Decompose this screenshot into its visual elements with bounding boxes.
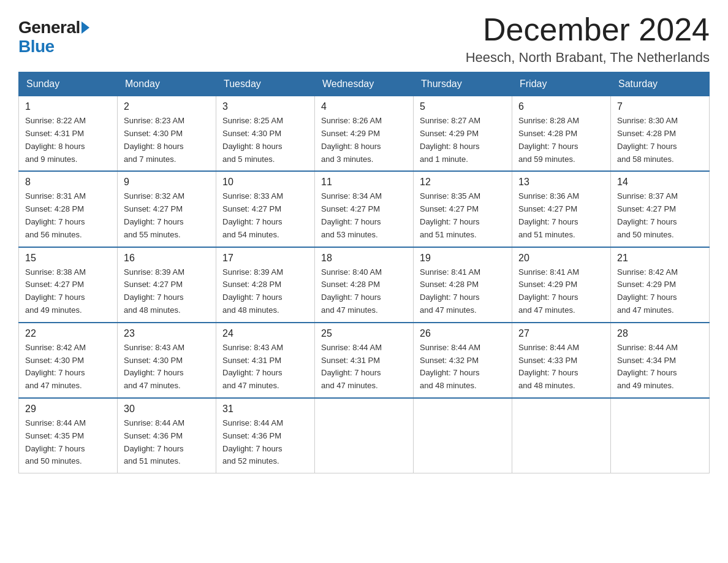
calendar-week-row: 8Sunrise: 8:31 AM Sunset: 4:28 PM Daylig…: [19, 171, 710, 247]
day-number: 1: [25, 101, 111, 112]
calendar-day-cell: [414, 398, 512, 473]
day-number: 16: [124, 253, 210, 264]
weekday-header-friday: Friday: [512, 72, 611, 96]
calendar-day-cell: 28Sunrise: 8:44 AM Sunset: 4:34 PM Dayli…: [611, 323, 710, 398]
day-info: Sunrise: 8:44 AM Sunset: 4:32 PM Dayligh…: [420, 342, 506, 393]
day-info: Sunrise: 8:41 AM Sunset: 4:29 PM Dayligh…: [518, 266, 604, 317]
day-number: 22: [25, 328, 111, 339]
calendar-day-cell: 23Sunrise: 8:43 AM Sunset: 4:30 PM Dayli…: [118, 323, 216, 398]
day-number: 14: [617, 177, 703, 188]
day-number: 3: [222, 101, 308, 112]
day-number: 9: [124, 177, 210, 188]
day-info: Sunrise: 8:44 AM Sunset: 4:36 PM Dayligh…: [124, 417, 210, 468]
day-number: 2: [124, 101, 210, 112]
calendar-day-cell: 10Sunrise: 8:33 AM Sunset: 4:27 PM Dayli…: [216, 171, 315, 247]
calendar-table: SundayMondayTuesdayWednesdayThursdayFrid…: [18, 72, 710, 473]
calendar-day-cell: 5Sunrise: 8:27 AM Sunset: 4:29 PM Daylig…: [414, 96, 512, 172]
day-number: 12: [420, 177, 506, 188]
calendar-day-cell: 12Sunrise: 8:35 AM Sunset: 4:27 PM Dayli…: [414, 171, 512, 247]
calendar-day-cell: 1Sunrise: 8:22 AM Sunset: 4:31 PM Daylig…: [19, 96, 118, 172]
day-info: Sunrise: 8:42 AM Sunset: 4:30 PM Dayligh…: [25, 342, 111, 393]
calendar-day-cell: 17Sunrise: 8:39 AM Sunset: 4:28 PM Dayli…: [216, 247, 315, 323]
calendar-day-cell: 29Sunrise: 8:44 AM Sunset: 4:35 PM Dayli…: [19, 398, 118, 473]
month-title: December 2024: [466, 12, 710, 47]
calendar-day-cell: 22Sunrise: 8:42 AM Sunset: 4:30 PM Dayli…: [19, 323, 118, 398]
logo-blue: Blue: [18, 37, 89, 56]
day-number: 29: [25, 404, 111, 415]
weekday-header-monday: Monday: [118, 72, 216, 96]
day-number: 30: [124, 404, 210, 415]
day-number: 13: [518, 177, 604, 188]
day-number: 26: [420, 328, 506, 339]
calendar-day-cell: [512, 398, 611, 473]
day-number: 18: [321, 253, 407, 264]
day-info: Sunrise: 8:44 AM Sunset: 4:36 PM Dayligh…: [222, 417, 308, 468]
calendar-day-cell: 19Sunrise: 8:41 AM Sunset: 4:28 PM Dayli…: [414, 247, 512, 323]
calendar-day-cell: 7Sunrise: 8:30 AM Sunset: 4:28 PM Daylig…: [611, 96, 710, 172]
day-number: 8: [25, 177, 111, 188]
calendar-day-cell: 25Sunrise: 8:44 AM Sunset: 4:31 PM Dayli…: [315, 323, 414, 398]
calendar-day-cell: 24Sunrise: 8:43 AM Sunset: 4:31 PM Dayli…: [216, 323, 315, 398]
calendar-day-cell: 9Sunrise: 8:32 AM Sunset: 4:27 PM Daylig…: [118, 171, 216, 247]
day-number: 27: [518, 328, 604, 339]
day-number: 31: [222, 404, 308, 415]
logo: General Blue: [18, 18, 89, 56]
calendar-day-cell: 21Sunrise: 8:42 AM Sunset: 4:29 PM Dayli…: [611, 247, 710, 323]
day-info: Sunrise: 8:31 AM Sunset: 4:28 PM Dayligh…: [25, 190, 111, 241]
day-info: Sunrise: 8:37 AM Sunset: 4:27 PM Dayligh…: [617, 190, 703, 241]
day-number: 4: [321, 101, 407, 112]
day-info: Sunrise: 8:43 AM Sunset: 4:31 PM Dayligh…: [222, 342, 308, 393]
day-info: Sunrise: 8:35 AM Sunset: 4:27 PM Dayligh…: [420, 190, 506, 241]
calendar-day-cell: 8Sunrise: 8:31 AM Sunset: 4:28 PM Daylig…: [19, 171, 118, 247]
weekday-header-thursday: Thursday: [414, 72, 512, 96]
day-info: Sunrise: 8:44 AM Sunset: 4:34 PM Dayligh…: [617, 342, 703, 393]
day-number: 10: [222, 177, 308, 188]
day-info: Sunrise: 8:27 AM Sunset: 4:29 PM Dayligh…: [420, 115, 506, 166]
day-number: 6: [518, 101, 604, 112]
calendar-day-cell: 3Sunrise: 8:25 AM Sunset: 4:30 PM Daylig…: [216, 96, 315, 172]
day-number: 5: [420, 101, 506, 112]
day-number: 24: [222, 328, 308, 339]
day-info: Sunrise: 8:44 AM Sunset: 4:31 PM Dayligh…: [321, 342, 407, 393]
day-info: Sunrise: 8:34 AM Sunset: 4:27 PM Dayligh…: [321, 190, 407, 241]
calendar-day-cell: 2Sunrise: 8:23 AM Sunset: 4:30 PM Daylig…: [118, 96, 216, 172]
page-header: General Blue December 2024 Heesch, North…: [18, 12, 710, 66]
calendar-week-row: 29Sunrise: 8:44 AM Sunset: 4:35 PM Dayli…: [19, 398, 710, 473]
calendar-week-row: 15Sunrise: 8:38 AM Sunset: 4:27 PM Dayli…: [19, 247, 710, 323]
calendar-day-cell: 20Sunrise: 8:41 AM Sunset: 4:29 PM Dayli…: [512, 247, 611, 323]
title-block: December 2024 Heesch, North Brabant, The…: [466, 12, 710, 66]
day-info: Sunrise: 8:38 AM Sunset: 4:27 PM Dayligh…: [25, 266, 111, 317]
day-number: 7: [617, 101, 703, 112]
day-number: 28: [617, 328, 703, 339]
location-title: Heesch, North Brabant, The Netherlands: [466, 50, 710, 66]
weekday-header-wednesday: Wednesday: [315, 72, 414, 96]
day-number: 20: [518, 253, 604, 264]
day-info: Sunrise: 8:33 AM Sunset: 4:27 PM Dayligh…: [222, 190, 308, 241]
day-number: 21: [617, 253, 703, 264]
day-info: Sunrise: 8:44 AM Sunset: 4:35 PM Dayligh…: [25, 417, 111, 468]
calendar-day-cell: 4Sunrise: 8:26 AM Sunset: 4:29 PM Daylig…: [315, 96, 414, 172]
calendar-day-cell: 14Sunrise: 8:37 AM Sunset: 4:27 PM Dayli…: [611, 171, 710, 247]
day-info: Sunrise: 8:26 AM Sunset: 4:29 PM Dayligh…: [321, 115, 407, 166]
calendar-day-cell: 13Sunrise: 8:36 AM Sunset: 4:27 PM Dayli…: [512, 171, 611, 247]
day-info: Sunrise: 8:30 AM Sunset: 4:28 PM Dayligh…: [617, 115, 703, 166]
calendar-week-row: 22Sunrise: 8:42 AM Sunset: 4:30 PM Dayli…: [19, 323, 710, 398]
day-info: Sunrise: 8:36 AM Sunset: 4:27 PM Dayligh…: [518, 190, 604, 241]
calendar-day-cell: 16Sunrise: 8:39 AM Sunset: 4:27 PM Dayli…: [118, 247, 216, 323]
day-info: Sunrise: 8:22 AM Sunset: 4:31 PM Dayligh…: [25, 115, 111, 166]
calendar-day-cell: 26Sunrise: 8:44 AM Sunset: 4:32 PM Dayli…: [414, 323, 512, 398]
day-info: Sunrise: 8:40 AM Sunset: 4:28 PM Dayligh…: [321, 266, 407, 317]
day-info: Sunrise: 8:44 AM Sunset: 4:33 PM Dayligh…: [518, 342, 604, 393]
calendar-day-cell: 27Sunrise: 8:44 AM Sunset: 4:33 PM Dayli…: [512, 323, 611, 398]
calendar-day-cell: [315, 398, 414, 473]
logo-general: General: [18, 18, 80, 37]
day-info: Sunrise: 8:23 AM Sunset: 4:30 PM Dayligh…: [124, 115, 210, 166]
day-number: 19: [420, 253, 506, 264]
calendar-day-cell: [611, 398, 710, 473]
day-info: Sunrise: 8:25 AM Sunset: 4:30 PM Dayligh…: [222, 115, 308, 166]
day-number: 25: [321, 328, 407, 339]
day-info: Sunrise: 8:39 AM Sunset: 4:28 PM Dayligh…: [222, 266, 308, 317]
calendar-day-cell: 30Sunrise: 8:44 AM Sunset: 4:36 PM Dayli…: [118, 398, 216, 473]
weekday-header-row: SundayMondayTuesdayWednesdayThursdayFrid…: [19, 72, 710, 96]
day-info: Sunrise: 8:32 AM Sunset: 4:27 PM Dayligh…: [124, 190, 210, 241]
